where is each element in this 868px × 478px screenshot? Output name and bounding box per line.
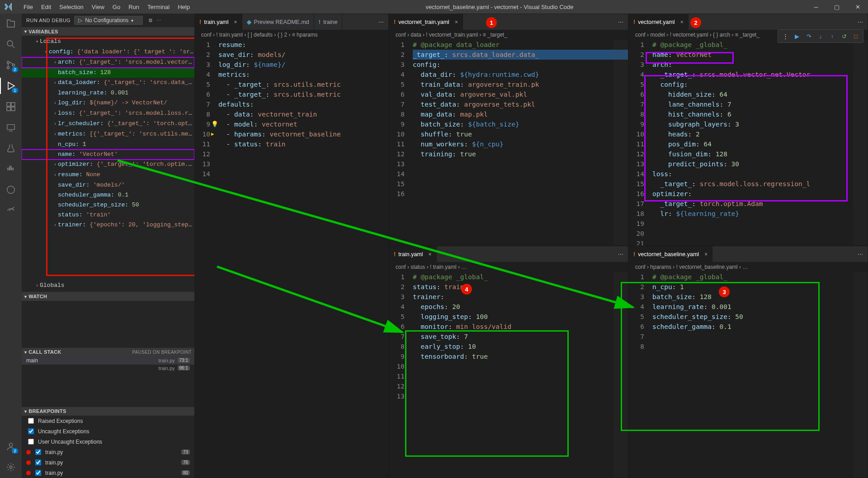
debug-control-icon[interactable]: ↺ bbox=[840, 32, 849, 41]
explorer-icon[interactable] bbox=[5, 17, 17, 30]
menu-view[interactable]: View bbox=[88, 2, 108, 12]
menu-run[interactable]: Run bbox=[125, 2, 143, 12]
editor-tab[interactable]: !vectornet.yaml× bbox=[629, 14, 689, 30]
variable-row[interactable]: ›arch: {'_target_': 'srcs.model.vector_n… bbox=[22, 57, 194, 68]
close-button[interactable]: ✕ bbox=[847, 0, 868, 14]
editor-tabs-4[interactable]: !train.yaml×⋯ bbox=[389, 246, 628, 262]
minimap[interactable] bbox=[853, 40, 868, 245]
debug-toolbar[interactable]: ⋮▶↷↓↑↺□ bbox=[778, 29, 863, 43]
close-tab-icon[interactable]: × bbox=[680, 19, 684, 25]
variable-row[interactable]: ›trainer: {'epochs': 20, 'logging_step':… bbox=[22, 220, 194, 230]
variable-row[interactable]: scheduler_step_size: 50 bbox=[22, 200, 194, 210]
accounts-icon[interactable]: 2 bbox=[5, 440, 17, 453]
more-icon[interactable]: ⋯ bbox=[618, 19, 623, 25]
menu-selection[interactable]: Selection bbox=[56, 2, 87, 12]
close-tab-icon[interactable]: × bbox=[704, 251, 708, 258]
gear-icon[interactable]: ⚙ bbox=[148, 18, 153, 23]
code-editor-4[interactable]: 12345678910111213# @package _global_stat… bbox=[389, 272, 628, 478]
debug-control-icon[interactable]: ▶ bbox=[793, 32, 802, 41]
variable-row[interactable]: ›loss: {'_target_': 'srcs.model.loss.reg… bbox=[22, 108, 194, 119]
variable-row[interactable]: n_cpu: 1 bbox=[22, 140, 194, 150]
close-tab-icon[interactable]: × bbox=[455, 19, 458, 25]
debug-control-icon[interactable]: ⋮ bbox=[781, 32, 790, 41]
editor-tab[interactable]: ◆Preview README.md bbox=[242, 14, 314, 30]
variable-row[interactable]: status: 'train' bbox=[22, 210, 194, 220]
close-tab-icon[interactable]: × bbox=[429, 251, 432, 258]
editor-tab[interactable]: !train.yaml× bbox=[389, 246, 437, 262]
editor-tab[interactable]: !traine bbox=[314, 14, 343, 30]
maximize-button[interactable]: ▢ bbox=[826, 0, 847, 14]
editor-tabs-5[interactable]: !vectornet_baseline.yaml×⋯ bbox=[629, 246, 868, 262]
breadcrumb-4[interactable]: conf › status › ! train.yaml › … bbox=[389, 262, 628, 272]
search-icon[interactable] bbox=[5, 38, 17, 51]
more-icon[interactable]: ⋯ bbox=[858, 19, 863, 25]
debug-control-icon[interactable]: □ bbox=[851, 32, 860, 41]
variable-row[interactable]: save_dir: 'models/' bbox=[22, 180, 194, 190]
menu-file[interactable]: File bbox=[20, 2, 37, 12]
code-editor-2[interactable]: 12345678910111213141516# @package data_l… bbox=[389, 40, 628, 245]
more-icon[interactable]: ⋯ bbox=[618, 251, 623, 258]
variable-row[interactable]: name: 'VectorNet' bbox=[22, 150, 194, 159]
extensions-icon[interactable] bbox=[5, 100, 17, 113]
variable-row[interactable]: batch_size: 128 bbox=[22, 68, 194, 78]
code-editor-5[interactable]: 12345678# @package _global_n_cpu: 1batch… bbox=[629, 272, 868, 478]
minimap[interactable] bbox=[613, 272, 628, 478]
breakpoints-list[interactable]: Raised ExceptionsUncaught ExceptionsUser… bbox=[22, 416, 194, 478]
menu-go[interactable]: Go bbox=[109, 2, 124, 12]
code-editor-3[interactable]: 123456789101112131415161718192021# @pack… bbox=[629, 40, 868, 245]
settings-gear-icon[interactable] bbox=[5, 461, 17, 473]
code-editor-1[interactable]: 1234567891011121314resume:save_dir: mode… bbox=[195, 40, 388, 478]
bp-checkbox[interactable] bbox=[28, 428, 34, 434]
close-tab-icon[interactable]: × bbox=[234, 19, 237, 25]
breakpoints-section-header[interactable]: ▾BREAKPOINTS bbox=[22, 407, 194, 416]
call-stack-list[interactable]: maintrain.py73:1train.py96:1 bbox=[22, 356, 194, 372]
variables-section-header[interactable]: ▾VARIABLES bbox=[22, 27, 194, 36]
minimap[interactable] bbox=[613, 40, 628, 245]
breadcrumb-2[interactable]: conf › data › ! vectornet_train.yaml › ≡… bbox=[389, 30, 628, 40]
bp-checkbox[interactable] bbox=[35, 449, 41, 455]
variable-row[interactable]: ›metrics: [{'_target_': 'srcs.utils.metr… bbox=[22, 129, 194, 140]
run-config-dropdown[interactable]: ▷ No Configurations ▾ bbox=[74, 16, 143, 25]
debug-control-icon[interactable]: ↷ bbox=[804, 32, 813, 41]
breadcrumb-5[interactable]: conf › hparams › ! vectornet_baseline.ya… bbox=[629, 262, 868, 272]
menu-edit[interactable]: Edit bbox=[38, 2, 55, 12]
callstack-section-header[interactable]: ▾CALL STACKPAUSED ON BREAKPOINT bbox=[22, 348, 194, 356]
editor-tabs-1[interactable]: !train.yaml×◆Preview README.md!traine⋯ bbox=[195, 14, 388, 30]
bp-checkbox[interactable] bbox=[28, 418, 34, 424]
debug-control-icon[interactable]: ↓ bbox=[816, 32, 825, 41]
more-icon[interactable]: ⋯ bbox=[858, 251, 863, 258]
breadcrumb-1[interactable]: conf › ! train.yaml › [ ] defaults › { }… bbox=[195, 30, 388, 40]
source-control-icon[interactable]: 2 bbox=[5, 59, 17, 71]
variable-row[interactable]: scheduler_gamma: 0.1 bbox=[22, 190, 194, 200]
run-debug-icon[interactable]: 1 bbox=[5, 80, 17, 92]
docker-icon[interactable] bbox=[5, 163, 17, 175]
bp-checkbox[interactable] bbox=[35, 470, 41, 476]
watch-section-header[interactable]: ▾WATCH bbox=[22, 292, 194, 300]
locals-tree[interactable]: ▾Locals ▾config: {'data loader': {' targ… bbox=[22, 36, 194, 280]
variable-row[interactable]: ›optimizer: {'_target_': 'torch.optim.Ad… bbox=[22, 159, 194, 170]
editor-tabs-3[interactable]: !vectornet.yaml×⋯ bbox=[629, 14, 868, 30]
editor-tab[interactable]: !vectornet_baseline.yaml× bbox=[629, 246, 712, 262]
variable-row[interactable]: ›lr_scheduler: {'_target_': 'torch.optim… bbox=[22, 119, 194, 129]
editor-tab[interactable]: !train.yaml× bbox=[195, 14, 242, 30]
variable-row[interactable]: learning_rate: 0.001 bbox=[22, 88, 194, 98]
bp-checkbox[interactable] bbox=[28, 439, 34, 445]
minimap[interactable] bbox=[853, 272, 868, 478]
debug-control-icon[interactable]: ↑ bbox=[828, 32, 837, 41]
minimize-button[interactable]: ─ bbox=[806, 0, 826, 14]
variable-row[interactable]: ›resume: None bbox=[22, 170, 194, 180]
editor-tabs-2[interactable]: !vectornet_train.yaml×⋯ bbox=[389, 14, 628, 30]
variable-row[interactable]: ›log_dir: ${name}/ -> VectorNet/ bbox=[22, 98, 194, 108]
editor-tab[interactable]: !vectornet_train.yaml× bbox=[389, 14, 463, 30]
github-icon[interactable] bbox=[5, 183, 17, 196]
globals-label[interactable]: Globals bbox=[40, 282, 65, 289]
stack-frame[interactable]: train.py96:1 bbox=[22, 365, 194, 372]
more-icon[interactable]: ⋯ bbox=[378, 19, 384, 25]
bp-checkbox[interactable] bbox=[35, 459, 41, 465]
remote-icon[interactable] bbox=[5, 121, 17, 134]
variable-row[interactable]: ›data_loader: {'_target_': 'srcs.data_lo… bbox=[22, 78, 194, 88]
more-icon[interactable]: ⋯ bbox=[156, 18, 161, 23]
stack-frame[interactable]: maintrain.py73:1 bbox=[22, 356, 194, 365]
share-icon[interactable] bbox=[5, 204, 17, 217]
menu-terminal[interactable]: Terminal bbox=[144, 2, 173, 12]
